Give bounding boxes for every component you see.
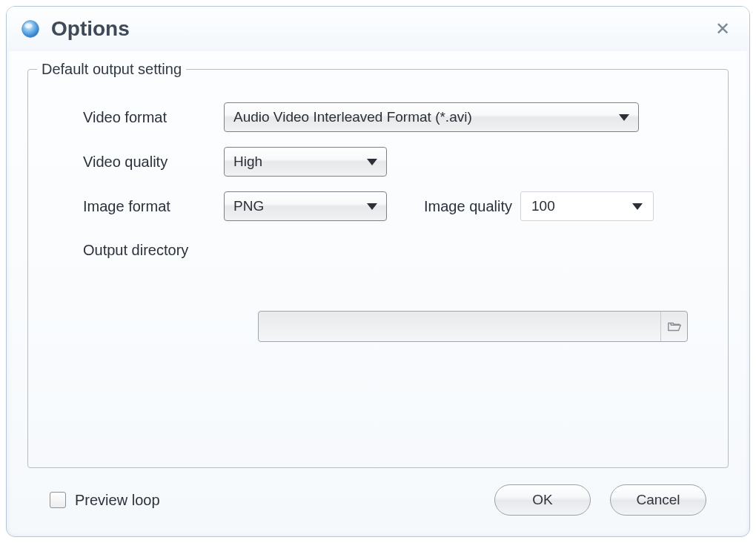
chevron-down-icon	[367, 159, 377, 165]
titlebar: Options ✕	[7, 7, 749, 51]
dialog-footer: Preview loop OK Cancel	[27, 468, 729, 523]
video-quality-combo[interactable]: High	[224, 147, 387, 177]
window-title: Options	[51, 17, 709, 41]
cancel-button-label: Cancel	[636, 492, 680, 508]
app-icon	[20, 19, 41, 39]
image-format-row: Image format PNG Image quality 100	[68, 191, 688, 221]
video-quality-value: High	[233, 154, 367, 170]
output-directory-label: Output directory	[68, 242, 224, 259]
image-format-value: PNG	[233, 198, 367, 214]
output-path-row	[68, 311, 688, 342]
chevron-down-icon	[619, 114, 629, 121]
image-quality-label: Image quality	[387, 198, 520, 215]
image-quality-value: 100	[531, 198, 632, 214]
default-output-group: Default output setting Video format Audi…	[27, 69, 729, 468]
preview-loop-checkbox[interactable]	[50, 492, 66, 508]
image-quality-spinner[interactable]: 100	[520, 191, 654, 221]
video-quality-row: Video quality High	[68, 147, 688, 177]
folder-open-icon	[666, 318, 683, 335]
output-directory-input[interactable]	[258, 311, 688, 342]
image-format-label: Image format	[68, 198, 224, 215]
ok-button-label: OK	[532, 492, 552, 508]
image-format-combo[interactable]: PNG	[224, 191, 387, 221]
video-format-combo[interactable]: Audio Video Interleaved Format (*.avi)	[224, 102, 639, 132]
options-dialog: Options ✕ Default output setting Video f…	[6, 6, 750, 537]
video-format-label: Video format	[68, 109, 224, 126]
cancel-button[interactable]: Cancel	[610, 484, 706, 516]
group-legend: Default output setting	[37, 61, 186, 78]
video-format-value: Audio Video Interleaved Format (*.avi)	[233, 109, 619, 125]
output-directory-row: Output directory	[68, 242, 688, 259]
ok-button[interactable]: OK	[494, 484, 591, 516]
dialog-body: Default output setting Video format Audi…	[7, 51, 749, 536]
video-quality-label: Video quality	[68, 154, 224, 171]
chevron-down-icon	[367, 203, 377, 210]
svg-point-0	[22, 21, 39, 38]
chevron-down-icon	[632, 203, 643, 210]
svg-point-1	[24, 23, 33, 28]
browse-button[interactable]	[660, 312, 687, 341]
preview-loop-label: Preview loop	[75, 492, 160, 509]
close-icon[interactable]: ✕	[709, 16, 736, 42]
video-format-row: Video format Audio Video Interleaved For…	[68, 102, 688, 132]
